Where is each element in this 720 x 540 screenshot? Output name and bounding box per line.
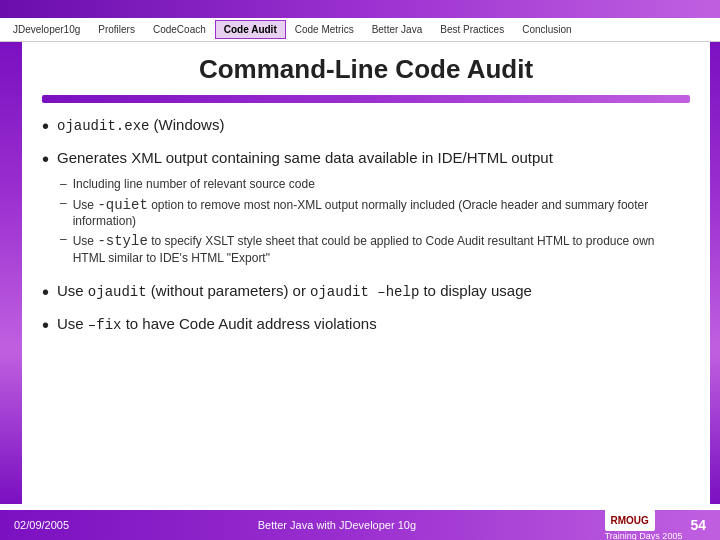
bullet-3-text: Use ojaudit (without parameters) or ojau… bbox=[57, 281, 532, 302]
bullet-2: • Generates XML output containing same d… bbox=[42, 148, 690, 273]
bullet-2-text: Generates XML output containing same dat… bbox=[57, 148, 553, 168]
bullet-1-text: ojaudit.exe (Windows) bbox=[57, 115, 224, 136]
bullet-4-code: –fix bbox=[88, 317, 122, 333]
footer-training: Training Days 2005 bbox=[605, 531, 683, 540]
top-gradient-bar bbox=[0, 0, 720, 18]
tab-jdeveloper[interactable]: JDeveloper10g bbox=[4, 20, 89, 39]
divider bbox=[42, 95, 690, 103]
sub-item-2-3: – Use -style to specify XSLT style sheet… bbox=[60, 232, 690, 266]
bullet-dot-4: • bbox=[42, 312, 49, 339]
bullet-4: • Use –fix to have Code Audit address vi… bbox=[42, 314, 690, 339]
footer-logo: RMOUG bbox=[605, 509, 655, 531]
bullet-3-code2: ojaudit –help bbox=[310, 284, 419, 300]
nav-bar: JDeveloper10g Profilers CodeCoach Code A… bbox=[0, 18, 720, 42]
tab-profilers[interactable]: Profilers bbox=[89, 20, 144, 39]
footer-right: RMOUG Training Days 2005 54 bbox=[605, 509, 706, 540]
slide-title: Command-Line Code Audit bbox=[42, 54, 690, 85]
footer-center: Better Java with JDeveloper 10g bbox=[258, 519, 416, 531]
sub-item-2-3-text: Use -style to specify XSLT style sheet t… bbox=[73, 232, 690, 266]
sub-list-2: – Including line number of relevant sour… bbox=[60, 177, 690, 269]
tab-codecoach[interactable]: CodeCoach bbox=[144, 20, 215, 39]
left-accent bbox=[0, 42, 22, 504]
content-area: Command-Line Code Audit • ojaudit.exe (W… bbox=[22, 42, 710, 504]
footer-page-number: 54 bbox=[690, 517, 706, 533]
footer: 02/09/2005 Better Java with JDeveloper 1… bbox=[0, 510, 720, 540]
sub-item-2-1: – Including line number of relevant sour… bbox=[60, 177, 690, 193]
bullet-3: • Use ojaudit (without parameters) or oj… bbox=[42, 281, 690, 306]
tab-code-audit[interactable]: Code Audit bbox=[215, 20, 286, 39]
footer-date: 02/09/2005 bbox=[14, 519, 69, 531]
sub-item-2-2: – Use -quiet option to remove most non-X… bbox=[60, 196, 690, 230]
bullet-3-code1: ojaudit bbox=[88, 284, 147, 300]
tab-best-practices[interactable]: Best Practices bbox=[431, 20, 513, 39]
bullet-dot-2: • bbox=[42, 146, 49, 173]
bullet-4-text: Use –fix to have Code Audit address viol… bbox=[57, 314, 377, 335]
sub-item-2-2-text: Use -quiet option to remove most non-XML… bbox=[73, 196, 690, 230]
bullet-dot-1: • bbox=[42, 113, 49, 140]
tab-code-metrics[interactable]: Code Metrics bbox=[286, 20, 363, 39]
main-content: Command-Line Code Audit • ojaudit.exe (W… bbox=[0, 42, 720, 504]
sub-item-2-1-text: Including line number of relevant source… bbox=[73, 177, 315, 193]
logo-text: RMOUG bbox=[611, 515, 649, 526]
right-accent bbox=[710, 42, 720, 504]
tab-better-java[interactable]: Better Java bbox=[363, 20, 432, 39]
bullet-list: • ojaudit.exe (Windows) • Generates XML … bbox=[42, 115, 690, 339]
tab-conclusion[interactable]: Conclusion bbox=[513, 20, 580, 39]
bullet-dot-3: • bbox=[42, 279, 49, 306]
bullet-1: • ojaudit.exe (Windows) bbox=[42, 115, 690, 140]
bullet-1-code: ojaudit.exe bbox=[57, 118, 149, 134]
